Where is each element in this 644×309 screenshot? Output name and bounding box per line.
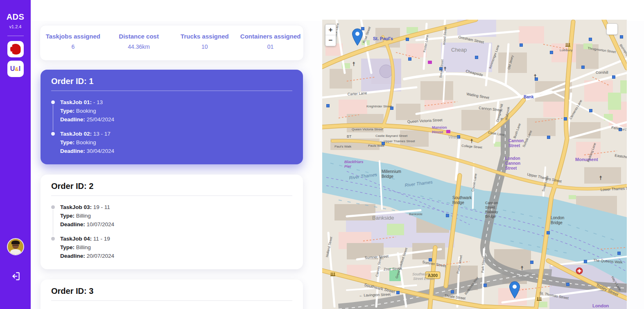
taskjob-name: TaskJob 02: 13 - 17 bbox=[60, 130, 292, 138]
map-label: Bridge bbox=[551, 220, 563, 225]
transit-stop-icon bbox=[618, 252, 621, 255]
stat-label: Containers assigned bbox=[237, 33, 303, 40]
zoom-in-button[interactable]: + bbox=[325, 25, 336, 35]
map-label: Castle Baynard Street bbox=[375, 134, 408, 138]
transit-stop-icon bbox=[547, 232, 550, 234]
user-avatar[interactable] bbox=[7, 238, 24, 255]
transit-stop-icon bbox=[406, 38, 409, 41]
taskjob-deadline: Deadline: 30/04/2024 bbox=[60, 147, 292, 155]
transit-stop-icon bbox=[589, 38, 592, 41]
stat-item: Containers assigned01 bbox=[237, 33, 303, 60]
stat-label: Trucks assigned bbox=[172, 33, 238, 40]
museum-icon bbox=[540, 297, 541, 300]
map-label: Street bbox=[505, 166, 517, 170]
stat-item: Taskjobs assigned6 bbox=[40, 33, 106, 60]
museum-icon bbox=[566, 43, 567, 46]
map-label: Cannon bbox=[505, 161, 520, 166]
taskjob-item: TaskJob 04: 11 - 19Type: BillingDeadline… bbox=[51, 234, 292, 260]
transit-stop-icon bbox=[547, 136, 550, 139]
map-label: Pauls Walk bbox=[368, 144, 385, 148]
uandi-logo-icon[interactable]: U&I bbox=[7, 61, 24, 77]
taskjob-type: Type: Booking bbox=[60, 107, 292, 115]
fullscreen-button[interactable] bbox=[606, 23, 618, 35]
taskjob-name: TaskJob 04: 11 - 19 bbox=[60, 234, 292, 243]
map-label: Bankside bbox=[409, 212, 423, 216]
stat-label: Taskjobs assigned bbox=[40, 33, 106, 40]
map-label: Mansion bbox=[432, 125, 447, 130]
museum-icon bbox=[539, 297, 540, 300]
stat-value: 44.36km bbox=[106, 43, 172, 50]
museum-icon bbox=[537, 300, 542, 301]
map-label: House bbox=[432, 130, 443, 134]
stat-value: 6 bbox=[40, 43, 106, 50]
marker-dot bbox=[513, 285, 517, 289]
taskjob-item: TaskJob 03: 19 - 11Type: BillingDeadline… bbox=[51, 203, 292, 229]
stat-item: Distance cost44.36km bbox=[106, 33, 172, 60]
map-label: Street Estate bbox=[413, 277, 434, 281]
order-title: Order ID: 3 bbox=[51, 286, 292, 296]
map-label: BT bbox=[347, 134, 352, 139]
church-icon: † bbox=[599, 175, 602, 181]
museum-icon bbox=[330, 275, 335, 276]
map-label: London bbox=[505, 156, 520, 161]
shop-icon bbox=[446, 130, 450, 133]
taskjob-name: TaskJob 01: - 13 bbox=[60, 98, 292, 107]
transit-stop-icon bbox=[620, 36, 623, 39]
order-card[interactable]: Order ID: 1TaskJob 01: - 13Type: Booking… bbox=[41, 70, 303, 164]
order-divider bbox=[51, 300, 292, 301]
map-label: Street bbox=[508, 143, 520, 148]
map-label: Blackfriars bbox=[344, 160, 364, 164]
dispatching-app: { "theme": { "sidebar": "#6a1ee8", "acce… bbox=[0, 0, 644, 309]
order-divider bbox=[51, 195, 292, 196]
transit-stop-icon bbox=[550, 51, 553, 54]
map-label: Millennium bbox=[382, 169, 401, 174]
transit-stop-icon bbox=[567, 283, 569, 286]
taskjob-type: Type: Billing bbox=[60, 243, 292, 252]
taskjob-list: TaskJob 01: - 13Type: BookingDeadline: 2… bbox=[51, 98, 292, 155]
order-divider bbox=[51, 91, 292, 91]
museum-icon bbox=[537, 297, 538, 300]
church-icon: † bbox=[470, 138, 473, 144]
marker-dot bbox=[355, 32, 359, 36]
map-label: Railway bbox=[485, 210, 498, 214]
museum-icon bbox=[565, 46, 570, 47]
zoom-out-button[interactable]: − bbox=[325, 35, 336, 46]
map-label: Bridge bbox=[485, 214, 496, 218]
museum-icon bbox=[332, 273, 333, 275]
map-label: Cannon bbox=[485, 201, 498, 205]
map-label: Vintry bbox=[448, 135, 459, 139]
transit-stop-icon bbox=[484, 284, 487, 287]
red-logo-icon[interactable] bbox=[7, 41, 24, 57]
transit-stop-icon bbox=[590, 109, 592, 112]
transit-stop-icon bbox=[612, 76, 615, 79]
transit-stop-icon bbox=[397, 291, 400, 294]
museum-icon bbox=[569, 43, 570, 46]
map-panel[interactable]: ††††††A300St. Paul'sCheapGresham StreetC… bbox=[322, 20, 627, 309]
brand-version: v1.2.4 bbox=[9, 24, 22, 29]
stat-label: Distance cost bbox=[106, 33, 172, 40]
church-icon: † bbox=[520, 265, 523, 271]
taskjob-name: TaskJob 03: 19 - 11 bbox=[60, 203, 292, 211]
shop-icon bbox=[428, 61, 432, 64]
transit-stop-icon bbox=[531, 261, 533, 264]
map-label: Paul's Walk bbox=[334, 145, 352, 148]
map-label: ← Upper Thames Street bbox=[380, 139, 415, 143]
taskjob-item: TaskJob 01: - 13Type: BookingDeadline: 2… bbox=[51, 98, 292, 124]
church-icon: † bbox=[443, 66, 446, 72]
first-aid-cross bbox=[579, 269, 580, 273]
museum-icon bbox=[567, 43, 568, 46]
map-label: Bankside bbox=[372, 215, 394, 221]
order-card[interactable]: Order ID: 3TaskJob 03: 19 - 11Type: Bill… bbox=[41, 279, 303, 309]
map-canvas[interactable]: ††††††A300St. Paul'sCheapGresham StreetC… bbox=[322, 20, 627, 309]
transit-stop-icon bbox=[475, 56, 478, 59]
map-zoom-control: + − bbox=[325, 24, 336, 46]
church-icon: † bbox=[352, 61, 355, 67]
logout-icon[interactable] bbox=[10, 271, 21, 283]
transit-stop-icon bbox=[520, 44, 523, 47]
transit-stop-icon bbox=[582, 66, 585, 69]
order-title: Order ID: 2 bbox=[51, 182, 292, 191]
map-label: Bridge bbox=[382, 174, 393, 179]
order-card[interactable]: Order ID: 2TaskJob 03: 19 - 11Type: Bill… bbox=[41, 175, 303, 269]
stat-value: 10 bbox=[172, 43, 238, 50]
museum-icon bbox=[331, 273, 332, 275]
